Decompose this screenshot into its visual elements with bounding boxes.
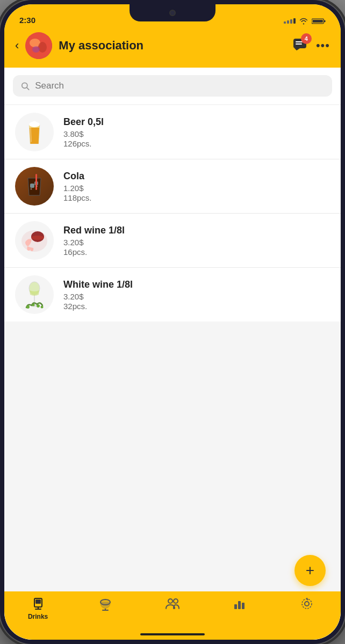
page-title: My association [59, 39, 143, 53]
item-name: White wine 1/8l [63, 279, 330, 290]
item-price: 3.20$ [63, 238, 330, 247]
nav-item-drinks[interactable]: Drinks [4, 597, 71, 620]
item-info: White wine 1/8l 3.20$ 32pcs. [63, 279, 330, 311]
signal-icon [284, 18, 296, 24]
beer-image [15, 113, 54, 151]
notification-badge: 4 [301, 33, 312, 44]
svg-rect-1 [324, 20, 326, 21]
white-wine-image [15, 275, 54, 314]
wifi-icon [299, 17, 308, 25]
items-list: Beer 0,5l 3.80$ 126pcs. [4, 105, 341, 321]
svg-rect-2 [313, 19, 323, 22]
search-box [13, 75, 332, 97]
nav-item-stats[interactable] [206, 597, 274, 613]
svg-point-30 [37, 304, 40, 308]
nav-item-food[interactable] [71, 597, 139, 613]
svg-rect-44 [242, 603, 245, 609]
svg-rect-33 [35, 599, 41, 604]
back-button[interactable]: ‹ [15, 39, 19, 53]
svg-rect-19 [35, 174, 37, 190]
home-indicator [140, 633, 205, 635]
cola-image [15, 167, 54, 206]
bottom-navigation: Drinks [4, 591, 341, 640]
nav-label-drinks: Drinks [28, 613, 48, 620]
svg-rect-17 [30, 184, 34, 188]
stats-icon [233, 597, 247, 611]
phone-frame: 2:30 [0, 0, 345, 644]
svg-point-28 [26, 305, 30, 309]
svg-point-41 [174, 599, 178, 603]
camera [169, 10, 176, 16]
avatar [25, 32, 52, 59]
header: ‹ My association [4, 28, 341, 68]
list-item[interactable]: White wine 1/8l 3.20$ 32pcs. [4, 268, 341, 321]
svg-rect-42 [234, 604, 237, 609]
content-area: Beer 0,5l 3.80$ 126pcs. [4, 68, 341, 640]
svg-point-29 [32, 303, 35, 306]
status-time: 2:30 [19, 16, 35, 25]
item-stock: 118pcs. [63, 193, 330, 202]
svg-point-40 [168, 599, 172, 603]
item-price: 3.80$ [63, 129, 330, 138]
nav-item-members[interactable] [139, 597, 206, 613]
svg-rect-43 [238, 601, 241, 609]
notifications-button[interactable]: 4 [292, 38, 307, 54]
food-icon [98, 597, 112, 611]
svg-point-45 [305, 602, 309, 606]
svg-line-12 [27, 87, 29, 90]
more-options-button[interactable]: ••• [316, 39, 330, 53]
svg-point-31 [41, 305, 44, 308]
list-item[interactable]: Cola 1.20$ 118pcs. [4, 159, 341, 214]
list-item[interactable]: Red wine 1/8l 3.20$ 16pcs. [4, 214, 341, 268]
item-stock: 126pcs. [63, 139, 330, 148]
svg-point-7 [32, 46, 40, 53]
svg-point-24 [31, 236, 44, 240]
battery-icon [312, 18, 326, 25]
search-icon [20, 81, 30, 91]
item-stock: 16pcs. [63, 247, 330, 257]
members-icon [165, 597, 180, 611]
settings-icon [300, 597, 314, 611]
item-info: Beer 0,5l 3.80$ 126pcs. [63, 116, 330, 148]
item-name: Red wine 1/8l [63, 225, 330, 236]
phone-screen: 2:30 [4, 4, 341, 640]
item-name: Beer 0,5l [63, 116, 330, 128]
item-info: Cola 1.20$ 118pcs. [63, 171, 330, 202]
list-item[interactable]: Beer 0,5l 3.80$ 126pcs. [4, 105, 341, 159]
svg-point-16 [33, 121, 36, 124]
add-button[interactable]: + [294, 555, 326, 586]
notch [130, 4, 215, 21]
svg-point-20 [31, 188, 32, 190]
svg-point-21 [37, 186, 38, 187]
drinks-icon [31, 597, 45, 611]
svg-point-5 [38, 42, 47, 53]
item-price: 3.20$ [63, 292, 330, 301]
red-wine-image [15, 221, 54, 260]
search-container [4, 68, 341, 104]
item-name: Cola [63, 171, 330, 182]
status-icons [284, 17, 326, 25]
item-stock: 32pcs. [63, 302, 330, 311]
nav-item-settings[interactable] [274, 597, 341, 613]
item-info: Red wine 1/8l 3.20$ 16pcs. [63, 225, 330, 257]
item-price: 1.20$ [63, 184, 330, 193]
svg-point-46 [302, 599, 312, 609]
search-input[interactable] [35, 80, 325, 91]
